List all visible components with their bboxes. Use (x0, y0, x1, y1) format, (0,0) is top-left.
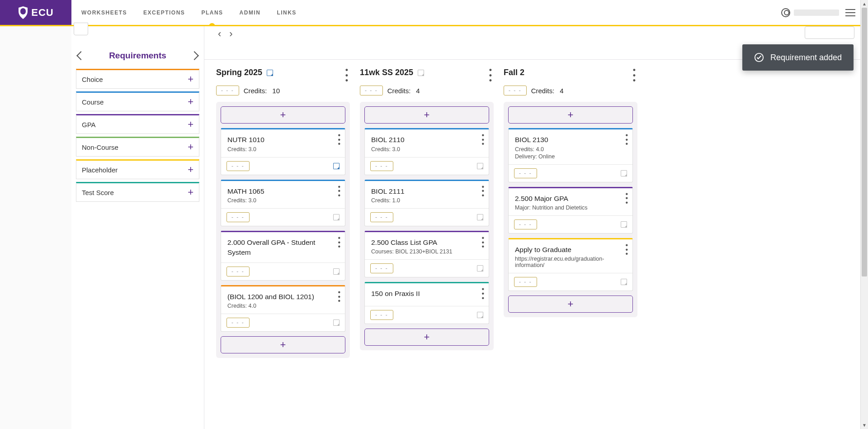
card-footer: - - - (509, 164, 632, 182)
status-chip[interactable]: - - - (226, 267, 250, 276)
status-chip[interactable]: - - - (226, 318, 250, 328)
status-chip[interactable]: - - - (370, 310, 393, 320)
requirement-item-course[interactable]: Course+ (76, 91, 199, 111)
note-icon[interactable] (333, 214, 340, 220)
requirement-card[interactable]: •••2.500 Major GPAMajor: Nutrition and D… (508, 187, 633, 234)
nav-admin[interactable]: ADMIN (239, 0, 262, 25)
card-menu-icon[interactable]: ••• (481, 287, 484, 300)
card-menu-icon[interactable]: ••• (481, 133, 484, 146)
status-chip[interactable]: - - - (370, 212, 393, 222)
requirement-item-noncourse[interactable]: Non-Course+ (76, 137, 199, 157)
plus-icon[interactable]: + (188, 96, 193, 108)
user-avatar-icon (781, 8, 790, 17)
card-menu-icon[interactable]: ••• (481, 236, 484, 249)
plus-icon[interactable]: + (188, 73, 193, 85)
checkmark-circle-icon (754, 52, 764, 62)
card-menu-icon[interactable]: ••• (625, 133, 628, 146)
status-chip[interactable]: - - - (226, 161, 250, 171)
panel-top-tab[interactable] (74, 23, 88, 35)
note-icon[interactable] (621, 279, 627, 285)
note-icon[interactable] (333, 163, 340, 169)
status-chip[interactable]: - - - (216, 86, 239, 95)
card-menu-icon[interactable]: ••• (481, 185, 484, 198)
status-chip[interactable]: - - - (226, 212, 250, 222)
hamburger-menu-icon[interactable] (845, 9, 855, 16)
user-chip[interactable] (781, 8, 839, 17)
requirements-list: Choice+Course+GPA+Non-Course+Placeholder… (71, 69, 204, 202)
note-icon[interactable] (477, 312, 483, 318)
note-icon[interactable] (621, 221, 627, 228)
requirement-item-placeholder[interactable]: Placeholder+ (76, 159, 199, 179)
add-requirement-button[interactable]: + (364, 329, 489, 346)
scroll-thumb[interactable] (862, 8, 867, 276)
chevron-right-icon[interactable] (190, 51, 199, 60)
requirement-card[interactable]: •••NUTR 1010Credits: 3.0- - - (221, 128, 345, 175)
add-requirement-button[interactable]: + (221, 106, 345, 124)
card-subtitle: Credits: 3.0 (227, 146, 339, 153)
scroll-up-icon[interactable]: ▲ (861, 0, 868, 8)
status-chip[interactable]: - - - (514, 219, 537, 229)
card-menu-icon[interactable]: ••• (338, 236, 340, 249)
note-icon[interactable] (477, 163, 483, 169)
card-menu-icon[interactable]: ••• (625, 243, 628, 256)
card-menu-icon[interactable]: ••• (338, 290, 340, 303)
status-chip[interactable]: - - - (370, 263, 393, 273)
add-requirement-button[interactable]: + (221, 336, 345, 353)
nav-worksheets[interactable]: WORKSHEETS (80, 0, 128, 25)
status-chip[interactable]: - - - (504, 86, 527, 95)
term-credits-row: - - -Credits:4 (360, 86, 494, 95)
term-header: Spring 2025••• (216, 68, 350, 84)
add-requirement-button[interactable]: + (508, 296, 633, 313)
add-requirement-button[interactable]: + (364, 106, 489, 124)
requirement-item-label: Test Score (82, 189, 114, 196)
card-subtitle: Credits: 3.0 (371, 146, 482, 153)
nav-plans[interactable]: PLANS (200, 0, 224, 25)
add-requirement-button[interactable]: + (508, 106, 633, 124)
requirement-item-choice[interactable]: Choice+ (76, 69, 199, 89)
note-icon[interactable] (477, 214, 483, 220)
status-chip[interactable]: - - - (514, 277, 537, 287)
requirement-card[interactable]: •••(BIOL 1200 and BIOL 1201)Credits: 4.0… (221, 285, 345, 332)
term-menu-icon[interactable]: ••• (631, 68, 637, 84)
term-prev-icon[interactable]: ‹ (218, 29, 221, 39)
requirement-item-testscore[interactable]: Test Score+ (76, 182, 199, 202)
note-icon[interactable] (418, 70, 424, 76)
requirement-card[interactable]: •••BIOL 2130Credits: 4.0Delivery: Online… (508, 128, 633, 182)
outer-scrollbar[interactable]: ▲ ▼ (860, 0, 868, 429)
note-icon[interactable] (621, 170, 627, 176)
status-chip[interactable]: - - - (370, 161, 393, 171)
plus-icon[interactable]: + (188, 164, 193, 176)
requirement-card[interactable]: •••2.500 Class List GPACourses: BIOL 213… (364, 231, 489, 277)
requirement-card[interactable]: •••150 on Praxis II- - - (364, 282, 489, 324)
term-credits-row: - - -Credits:4 (504, 86, 637, 95)
scroll-track[interactable] (861, 8, 868, 421)
requirement-card[interactable]: •••2.000 Overall GPA - Student System- -… (221, 231, 345, 281)
card-menu-icon[interactable]: ••• (625, 192, 628, 205)
term-menu-icon[interactable]: ••• (487, 68, 494, 84)
topbar-action-button[interactable] (805, 26, 854, 39)
status-chip[interactable]: - - - (360, 86, 383, 95)
nav-exceptions[interactable]: EXCEPTIONS (142, 0, 186, 25)
term-header: 11wk SS 2025••• (360, 68, 494, 84)
card-menu-icon[interactable]: ••• (338, 185, 340, 198)
requirement-card[interactable]: •••Apply to Graduatehttps://registrar.ec… (508, 238, 633, 291)
nav-links[interactable]: LINKS (276, 0, 297, 25)
note-icon[interactable] (477, 265, 483, 272)
note-icon[interactable] (333, 268, 340, 275)
note-icon[interactable] (333, 319, 340, 326)
status-chip[interactable]: - - - (514, 168, 537, 178)
plus-icon[interactable]: + (188, 186, 193, 198)
plus-icon[interactable]: + (188, 141, 193, 153)
requirement-item-gpa[interactable]: GPA+ (76, 114, 199, 134)
plus-icon[interactable]: + (188, 119, 193, 130)
card-footer: - - - (221, 157, 345, 175)
requirement-card[interactable]: •••MATH 1065Credits: 3.0- - - (221, 180, 345, 226)
credits-label: Credits: (244, 87, 267, 95)
term-next-icon[interactable]: › (229, 29, 232, 39)
requirement-card[interactable]: •••BIOL 2111Credits: 1.0- - - (364, 180, 489, 226)
term-menu-icon[interactable]: ••• (344, 68, 350, 84)
requirement-card[interactable]: •••BIOL 2110Credits: 3.0- - - (364, 128, 489, 175)
note-icon[interactable] (267, 70, 273, 76)
scroll-down-icon[interactable]: ▼ (861, 421, 868, 429)
card-menu-icon[interactable]: ••• (338, 133, 340, 146)
